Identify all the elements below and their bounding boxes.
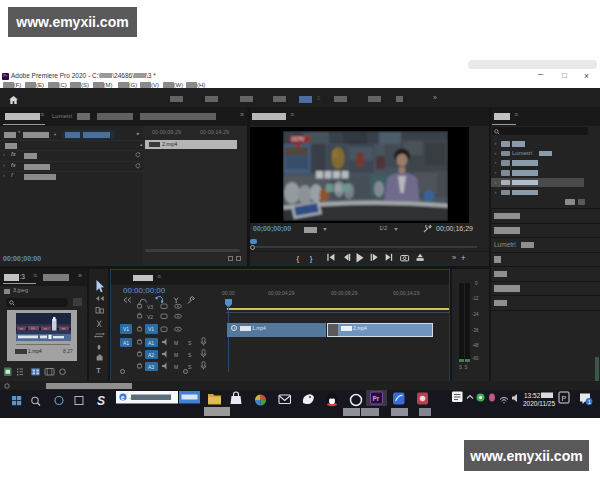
svg-text:{: { (296, 254, 299, 263)
svg-text:Pr: Pr (373, 395, 380, 402)
svg-text:-: - (129, 395, 131, 401)
svg-text:+: + (461, 253, 466, 263)
svg-text:1: 1 (588, 399, 591, 405)
svg-text:M: M (174, 340, 178, 346)
svg-text:P: P (562, 395, 567, 402)
svg-text:S: S (188, 340, 192, 346)
svg-text:13:52: 13:52 (524, 392, 541, 399)
svg-text:»: » (452, 253, 456, 262)
svg-text:V1: V1 (148, 326, 154, 332)
svg-text:A1: A1 (123, 340, 129, 346)
svg-text:V1: V1 (123, 326, 129, 332)
svg-text:e: e (121, 394, 125, 401)
svg-text:M: M (174, 352, 178, 358)
svg-text:T: T (96, 366, 101, 375)
svg-text:S: S (188, 352, 192, 358)
svg-text:S: S (97, 394, 105, 408)
svg-text:}: } (310, 254, 313, 263)
svg-text:A1: A1 (148, 340, 154, 346)
svg-text:A3: A3 (148, 364, 154, 370)
svg-text:S: S (188, 364, 192, 370)
svg-text:V2: V2 (147, 314, 153, 320)
svg-text:V3: V3 (147, 304, 153, 310)
svg-text:M: M (174, 364, 178, 370)
svg-text:2020/11/25: 2020/11/25 (523, 400, 555, 407)
svg-text:A2: A2 (148, 352, 154, 358)
